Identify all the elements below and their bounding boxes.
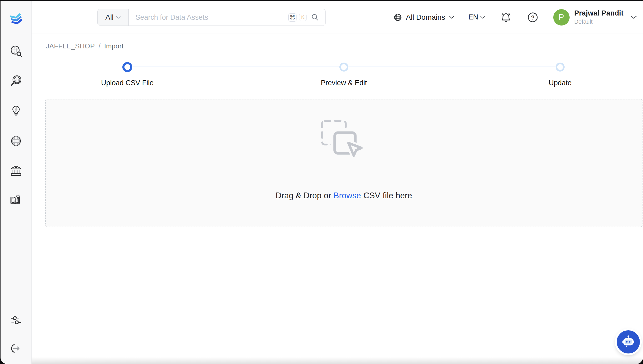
globe-search-icon [9,44,23,58]
import-stepper: Upload CSV File Preview & Edit Update [32,34,643,92]
avatar: P [553,9,570,26]
user-name: Prajwal Pandit [574,9,624,17]
browse-link[interactable]: Browse [334,191,361,200]
sidebar-item-web[interactable] [7,133,25,149]
chevron-down-icon [116,16,121,19]
dropzone-text-after: CSV file here [363,191,412,200]
language-label: EN [468,13,478,21]
question-circle-icon: ? [528,12,538,23]
search-category-select[interactable]: All [98,9,129,26]
logout-icon [9,342,23,356]
chevron-down-icon [449,16,455,19]
sidebar-item-logout[interactable] [7,340,25,357]
search-input[interactable] [129,9,288,26]
step-label-update: Update [549,79,571,87]
bank-icon [9,164,23,178]
top-header: All ⌘ K [32,1,643,33]
robot-icon [621,334,636,350]
sidebar-item-insights[interactable] [7,103,25,119]
avatar-initial: P [559,13,564,22]
dropzone-text-before: Drag & Drop or [275,191,331,200]
sidebar-item-discovery[interactable] [7,43,25,59]
step-circle-update [556,63,565,72]
sidebar [1,1,32,364]
app-logo[interactable] [1,6,32,30]
search-submit-button[interactable] [309,13,321,22]
lightbulb-bolt-icon [9,104,23,118]
step-circle-preview [339,63,348,72]
cmd-key-badge: ⌘ [288,13,297,22]
search-shortcut: ⌘ K [288,9,325,26]
step-label-upload: Upload CSV File [101,79,154,87]
main-content: JAFFLE_SHOP / Import Upload CSV File Pre… [32,34,643,364]
notifications-button[interactable] [500,12,512,23]
sidebar-item-profiling[interactable] [7,73,25,89]
bell-icon [500,12,512,23]
search-category-label: All [105,13,113,22]
user-menu[interactable]: P Prajwal Pandit Default [553,9,637,26]
user-workspace: Default [574,18,624,25]
app-window: All ⌘ K [1,1,643,364]
step-circle-upload [122,62,132,72]
layers-logo-icon [7,9,25,27]
domain-selector[interactable]: All Domains [393,13,455,22]
k-key-badge: K [299,14,307,21]
step-label-preview: Preview & Edit [321,79,367,87]
csv-dropzone[interactable]: Drag & Drop orBrowseCSV file here [45,99,642,227]
sidebar-bottom [1,312,32,357]
file-drop-icon [320,119,368,163]
magnifier-chart-icon [9,74,23,88]
help-button[interactable]: ? [528,12,538,23]
user-info: Prajwal Pandit Default [574,9,624,25]
header-actions: All Domains EN ? [393,1,637,33]
svg-text:?: ? [531,14,534,21]
sidebar-item-knowledge[interactable] [7,193,25,209]
sidebar-item-governance[interactable] [7,163,25,179]
chevron-down-icon [480,16,485,19]
sidebar-item-settings[interactable] [7,312,25,329]
chat-assistant-button[interactable] [617,330,640,353]
book-bulb-icon [9,194,23,208]
global-search: All ⌘ K [97,9,326,26]
sidebar-nav [1,43,32,209]
sliders-icon [9,314,23,327]
language-selector[interactable]: EN [468,13,485,21]
search-icon [311,13,319,22]
globe-icon [393,13,402,22]
chevron-down-icon [630,15,637,19]
domain-selector-label: All Domains [406,13,445,22]
dropzone-text: Drag & Drop orBrowseCSV file here [275,191,412,200]
globe-icon [9,134,23,148]
